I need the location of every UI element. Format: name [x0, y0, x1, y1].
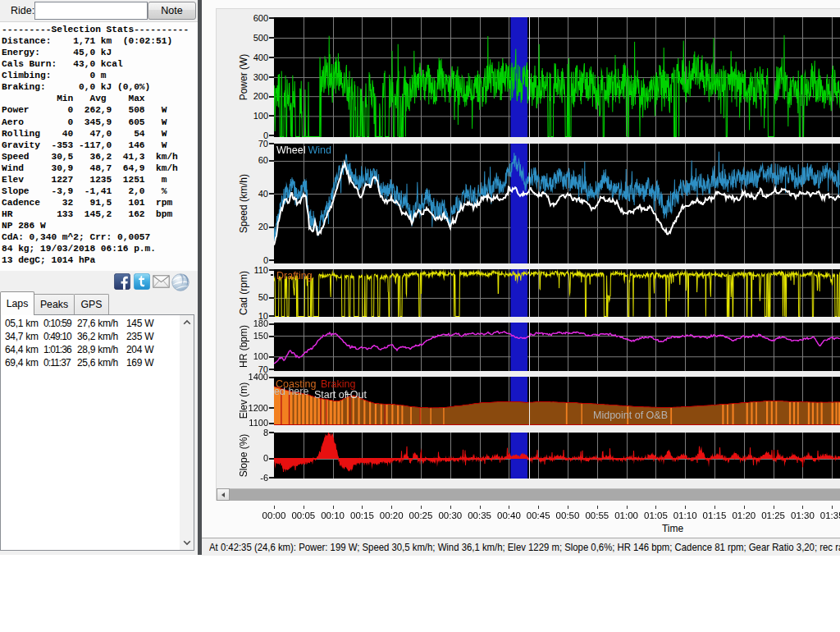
lap-speed: 36,2 km/h	[77, 331, 118, 342]
scroll-left-icon	[221, 492, 225, 497]
lap-power: 145 W	[126, 318, 153, 329]
lap-power: 235 W	[126, 331, 153, 342]
x-tick-mark	[538, 506, 539, 510]
x-tick-mark	[421, 506, 422, 510]
x-tick-label: 01:20	[732, 511, 756, 520]
lap-time: 0:49:10	[43, 331, 71, 342]
note-button[interactable]: Note	[148, 2, 196, 20]
lap-distance: 64,4 km	[5, 344, 39, 355]
x-tick-mark	[627, 506, 628, 510]
x-tick-mark	[304, 506, 304, 510]
status-text: At 0:42:35 (24,6 km): Power: 199 W; Spee…	[209, 542, 840, 553]
lap-time: 1:01:36	[43, 344, 71, 355]
x-tick-mark	[685, 506, 686, 510]
email-icon[interactable]	[153, 273, 170, 290]
status-bar: At 0:42:35 (24,6 km): Power: 199 W; Spee…	[202, 538, 840, 556]
lap-time: 0:10:59	[43, 318, 71, 329]
scroll-track[interactable]	[230, 488, 840, 501]
x-tick-label: 00:20	[380, 511, 404, 520]
x-tick-label: 00:30	[438, 511, 462, 520]
lap-list[interactable]: 05,1 km0:10:5927,6 km/h145 W34,7 km0:49:…	[0, 314, 194, 551]
x-axis-title: Time	[662, 523, 683, 534]
x-tick-mark	[597, 506, 598, 510]
x-tick-mark	[655, 506, 656, 510]
x-tick-label: 00:25	[409, 511, 433, 520]
lap-list-scrollbar[interactable]	[180, 315, 194, 550]
tab-peaks[interactable]: Peaks	[34, 294, 75, 314]
lap-power: 169 W	[126, 357, 153, 369]
x-tick-label: 01:10	[673, 511, 697, 520]
selection-stats-text: ---------Selection Stats---------- Dista…	[2, 24, 189, 266]
lap-row[interactable]: 69,4 km0:11:3725,6 km/h169 W	[1, 357, 180, 370]
x-tick-label: 01:15	[703, 511, 727, 520]
x-tick-label: 00:05	[291, 511, 315, 520]
x-tick-mark	[333, 506, 334, 510]
x-tick-mark	[714, 506, 715, 510]
x-tick-mark	[774, 506, 774, 510]
lap-distance: 69,4 km	[5, 357, 39, 369]
google-earth-icon[interactable]	[171, 273, 189, 291]
lap-time: 0:11:37	[43, 357, 71, 369]
chart-h-scrollbar[interactable]	[217, 488, 840, 501]
tab-laps[interactable]: Laps	[0, 291, 34, 315]
x-tick-label: 00:35	[468, 511, 491, 520]
ride-label: Ride:	[11, 5, 34, 16]
scroll-up-icon[interactable]	[183, 318, 191, 327]
lap-distance: 05,1 km	[5, 318, 39, 329]
x-tick-label: 00:45	[527, 511, 550, 520]
scroll-left-button[interactable]	[217, 488, 230, 501]
chart-panel	[216, 8, 840, 501]
x-tick-label: 01:25	[761, 511, 785, 520]
x-tick-label: 00:40	[497, 511, 521, 520]
lap-row[interactable]: 05,1 km0:10:5927,6 km/h145 W	[1, 318, 180, 331]
x-tick-label: 00:10	[321, 511, 345, 520]
lap-speed: 25,6 km/h	[77, 357, 118, 369]
x-tick-mark	[802, 506, 803, 510]
lap-row[interactable]: 34,7 km0:49:1036,2 km/h235 W	[1, 331, 180, 344]
ride-toolbar: Ride: Note	[0, 0, 198, 21]
x-tick-mark	[480, 506, 481, 510]
x-tick-label: 01:30	[791, 511, 815, 520]
selection-stats-panel: ---------Selection Stats---------- Dista…	[0, 21, 198, 271]
x-tick-label: 00:00	[262, 511, 286, 520]
x-tick-label: 00:15	[350, 511, 374, 520]
x-tick-mark	[568, 506, 568, 510]
x-tick-label: 01:05	[644, 511, 668, 520]
scroll-down-icon[interactable]	[183, 538, 191, 547]
lap-speed: 28,9 km/h	[77, 344, 118, 355]
lap-speed: 27,6 km/h	[77, 318, 118, 329]
lap-row[interactable]: 64,4 km1:01:3628,9 km/h204 W	[1, 344, 180, 357]
x-tick-mark	[509, 506, 509, 510]
x-tick-mark	[832, 506, 833, 510]
twitter-icon[interactable]	[134, 273, 150, 290]
x-tick-mark	[450, 506, 451, 510]
x-tick-label: 00:50	[556, 511, 580, 520]
ride-input[interactable]	[34, 2, 148, 20]
x-tick-mark	[274, 506, 275, 510]
lap-power: 204 W	[126, 344, 153, 355]
sidebar: Ride: Note ---------Selection Stats-----…	[0, 0, 198, 555]
facebook-icon[interactable]	[114, 273, 130, 290]
x-tick-mark	[744, 506, 745, 510]
lap-distance: 34,7 km	[5, 331, 39, 342]
x-tick-mark	[362, 506, 363, 510]
x-tick-label: 01:35	[820, 511, 840, 520]
x-tick-mark	[391, 506, 392, 510]
x-tick-label: 01:00	[614, 511, 638, 520]
tab-gps[interactable]: GPS	[75, 294, 109, 314]
x-tick-label: 00:55	[585, 511, 609, 520]
